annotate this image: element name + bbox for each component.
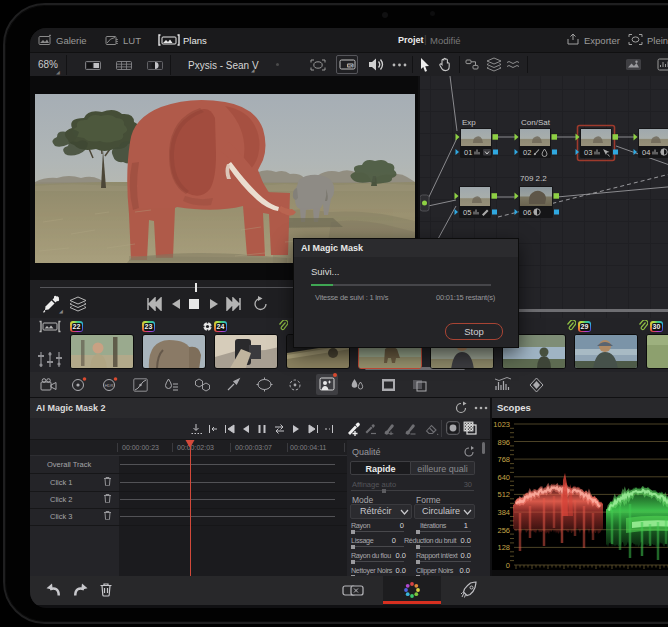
svg-text:896: 896 [497, 438, 510, 447]
svg-text:03: 03 [584, 148, 592, 157]
svg-text:Exp: Exp [462, 118, 476, 127]
svg-text:768: 768 [497, 455, 510, 464]
svg-text:05: 05 [463, 208, 471, 217]
svg-text:640: 640 [497, 473, 510, 482]
svg-text:384: 384 [497, 508, 510, 517]
svg-text:0: 0 [506, 561, 510, 570]
svg-text:06: 06 [523, 208, 531, 217]
svg-text:128: 128 [497, 543, 510, 552]
svg-text:1023: 1023 [493, 420, 510, 429]
svg-text:709 2.2: 709 2.2 [520, 174, 547, 183]
svg-text:HDR: HDR [105, 383, 114, 388]
svg-text:04: 04 [642, 148, 650, 157]
svg-text:Con/Sat: Con/Sat [521, 118, 551, 127]
svg-text:512: 512 [497, 490, 510, 499]
svg-text:HQ: HQ [348, 64, 353, 68]
svg-text:01: 01 [464, 148, 472, 157]
svg-text:256: 256 [497, 526, 510, 535]
svg-text:02: 02 [523, 148, 531, 157]
